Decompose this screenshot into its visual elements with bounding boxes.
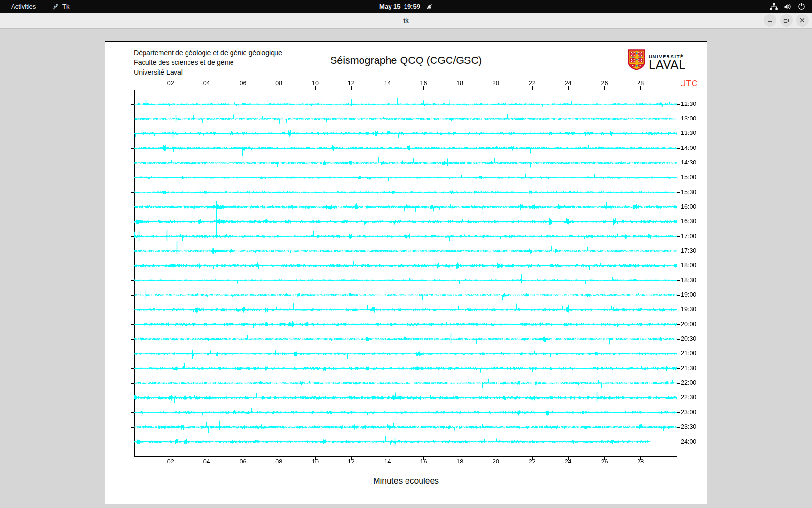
x-tick-label-top: 14 [384,80,391,87]
x-tick-label-bottom: 28 [637,458,644,465]
utc-time-label: 13:30 [681,130,696,137]
utc-time-label: 20:30 [681,335,696,343]
focused-app-menu[interactable]: Tk [52,0,69,13]
utc-time-label: 13:00 [681,115,696,122]
x-tick-label-bottom: 06 [239,458,246,465]
institution-block: Département de géologie et de génie géol… [134,48,282,77]
bell-muted-icon [426,3,433,10]
activities-button[interactable]: Activities [7,0,40,13]
helicorder-plot [128,83,683,463]
system-status-area[interactable] [770,0,805,13]
utc-time-label: 19:30 [681,306,696,313]
utc-time-label: 22:30 [681,394,696,401]
window-title: tk [0,13,812,28]
clock-label: May 15 19:59 [379,3,420,10]
x-tick-label-bottom: 12 [348,458,355,465]
universite-laval-logo: UNIVERSITÉ LAVAL [628,49,686,72]
network-wired-icon [770,3,778,10]
utc-time-label: 12:30 [681,101,696,108]
x-tick-label-bottom: 14 [384,458,391,465]
close-button[interactable] [796,14,809,27]
volume-icon [784,3,792,10]
utc-time-label: 22:00 [681,379,696,387]
power-icon [798,3,805,10]
utc-time-label: 14:30 [681,159,696,166]
x-tick-label-top: 12 [348,80,355,87]
utc-axis-title: UTC [680,79,697,89]
x-tick-label-top: 20 [493,80,499,87]
x-tick-label-top: 22 [529,80,536,87]
x-tick-label-top: 24 [565,80,572,87]
laval-shield-icon [628,49,645,72]
window-titlebar[interactable]: tk [0,13,812,29]
utc-time-label: 23:30 [681,423,696,431]
logo-text-laval: LAVAL [649,59,686,71]
page-title: Séismographe QCQ (CGC/GSC) [330,55,482,67]
x-tick-label-bottom: 24 [565,458,572,465]
x-tick-label-bottom: 08 [276,458,282,465]
x-tick-label-top: 10 [312,80,319,87]
utc-time-label: 16:30 [681,218,696,225]
utc-time-label: 18:00 [681,262,696,269]
x-tick-label-top: 04 [203,80,210,87]
utc-time-label: 19:00 [681,291,696,299]
institution-line-1: Département de géologie et de génie géol… [134,48,282,58]
x-tick-label-bottom: 02 [167,458,174,465]
tk-feather-icon [52,3,59,10]
focused-app-label: Tk [62,0,69,13]
gnome-top-bar: Activities Tk May 15 19:59 [0,0,812,13]
x-tick-label-bottom: 22 [529,458,536,465]
utc-time-label: 17:30 [681,247,696,254]
x-tick-label-top: 08 [276,80,282,87]
utc-time-label: 16:00 [681,203,696,210]
x-tick-label-top: 06 [239,80,246,87]
x-tick-label-top: 02 [167,80,174,87]
x-tick-label-bottom: 10 [312,458,319,465]
x-tick-label-top: 28 [637,80,644,87]
x-tick-label-bottom: 26 [601,458,608,465]
x-tick-label-top: 16 [420,80,427,87]
utc-time-label: 15:00 [681,174,696,181]
institution-line-2: Faculté des sciences et de génie [134,58,282,67]
utc-time-label: 15:30 [681,189,696,196]
utc-time-label: 14:00 [681,145,696,152]
utc-time-label: 23:00 [681,409,696,416]
utc-time-label: 20:00 [681,321,696,328]
institution-line-3: Université Laval [134,67,282,77]
utc-time-label: 21:30 [681,365,696,372]
utc-time-label: 18:30 [681,277,696,284]
utc-time-label: 21:00 [681,350,696,357]
utc-time-label: 17:00 [681,233,696,240]
utc-time-label: 24:00 [681,438,696,446]
x-tick-label-top: 18 [456,80,463,87]
x-tick-label-bottom: 16 [420,458,427,465]
maximize-button[interactable] [780,14,793,27]
x-tick-label-bottom: 04 [203,458,210,465]
x-tick-label-top: 26 [601,80,608,87]
x-tick-label-bottom: 20 [493,458,499,465]
clock-menu[interactable]: May 15 19:59 [379,0,433,13]
x-axis-label: Minutes écoulées [373,476,439,486]
minimize-button[interactable] [764,14,776,27]
x-tick-label-bottom: 18 [456,458,463,465]
